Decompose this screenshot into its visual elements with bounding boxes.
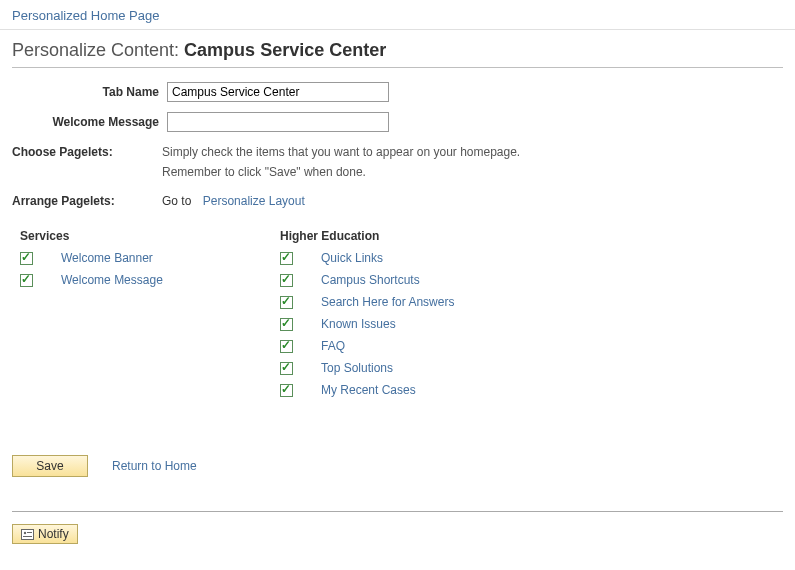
pagelet-item: Top Solutions	[276, 361, 486, 375]
svg-rect-3	[23, 536, 32, 537]
pagelet-checkbox[interactable]	[280, 362, 293, 375]
pagelet-checkbox[interactable]	[280, 384, 293, 397]
pagelet-link[interactable]: Welcome Message	[61, 273, 163, 287]
save-button[interactable]: Save	[12, 455, 88, 477]
svg-rect-0	[22, 529, 34, 539]
pagelet-column: ServicesWelcome BannerWelcome Message	[16, 229, 226, 405]
pagelet-link[interactable]: Quick Links	[321, 251, 383, 265]
welcome-message-input[interactable]	[167, 112, 389, 132]
choose-pagelets-label: Choose Pagelets:	[12, 143, 162, 159]
pagelet-item: My Recent Cases	[276, 383, 486, 397]
pagelet-column: Higher EducationQuick LinksCampus Shortc…	[276, 229, 486, 405]
tab-name-input[interactable]	[167, 82, 389, 102]
pagelet-checkbox[interactable]	[280, 296, 293, 309]
tab-name-label: Tab Name	[12, 85, 167, 99]
pagelet-checkbox[interactable]	[280, 252, 293, 265]
pagelet-column-header: Higher Education	[276, 229, 486, 243]
page-title: Personalize Content: Campus Service Cent…	[12, 40, 783, 68]
svg-rect-2	[27, 532, 32, 533]
pagelet-checkbox[interactable]	[20, 252, 33, 265]
pagelet-column-header: Services	[16, 229, 226, 243]
choose-pagelets-line2: Remember to click "Save" when done.	[162, 162, 520, 182]
pagelet-link[interactable]: Top Solutions	[321, 361, 393, 375]
arrange-pagelets-goto: Go to	[162, 194, 191, 208]
welcome-message-label: Welcome Message	[12, 115, 167, 129]
pagelet-link[interactable]: Campus Shortcuts	[321, 273, 420, 287]
pagelet-link[interactable]: FAQ	[321, 339, 345, 353]
pagelet-checkbox[interactable]	[280, 318, 293, 331]
pagelet-checkbox[interactable]	[280, 340, 293, 353]
pagelets-container: ServicesWelcome BannerWelcome MessageHig…	[12, 229, 783, 405]
divider	[12, 511, 783, 512]
pagelet-link[interactable]: Welcome Banner	[61, 251, 153, 265]
pagelet-item: Campus Shortcuts	[276, 273, 486, 287]
pagelet-checkbox[interactable]	[280, 274, 293, 287]
pagelet-item: FAQ	[276, 339, 486, 353]
pagelet-link[interactable]: Known Issues	[321, 317, 396, 331]
page-title-prefix: Personalize Content:	[12, 40, 184, 60]
notify-button-label: Notify	[38, 527, 69, 541]
notify-button[interactable]: Notify	[12, 524, 78, 544]
personalize-layout-link[interactable]: Personalize Layout	[203, 194, 305, 208]
choose-pagelets-text: Simply check the items that you want to …	[162, 142, 520, 183]
choose-pagelets-line1: Simply check the items that you want to …	[162, 142, 520, 162]
return-home-link[interactable]: Return to Home	[112, 459, 197, 473]
pagelet-link[interactable]: Search Here for Answers	[321, 295, 454, 309]
page-title-subject: Campus Service Center	[184, 40, 386, 60]
pagelet-checkbox[interactable]	[20, 274, 33, 287]
notify-icon	[21, 529, 34, 540]
pagelet-link[interactable]: My Recent Cases	[321, 383, 416, 397]
svg-point-1	[24, 531, 26, 533]
pagelet-item: Welcome Message	[16, 273, 226, 287]
breadcrumb: Personalized Home Page	[0, 0, 795, 30]
pagelet-item: Quick Links	[276, 251, 486, 265]
pagelet-item: Welcome Banner	[16, 251, 226, 265]
breadcrumb-link[interactable]: Personalized Home Page	[12, 8, 159, 23]
arrange-pagelets-label: Arrange Pagelets:	[12, 192, 162, 208]
pagelet-item: Search Here for Answers	[276, 295, 486, 309]
pagelet-item: Known Issues	[276, 317, 486, 331]
